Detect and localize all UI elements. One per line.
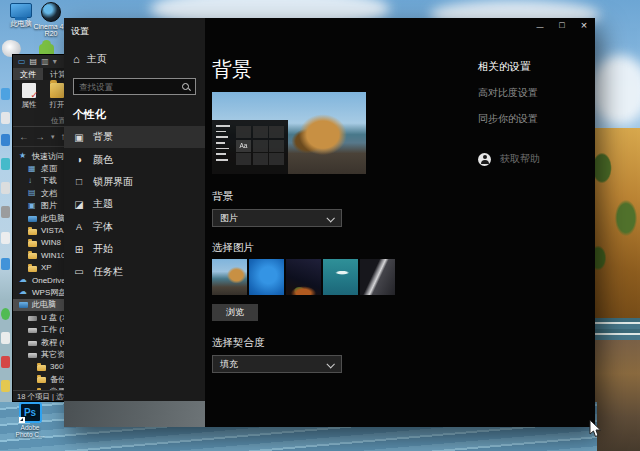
sidebar-section-header: 个性化 [73, 107, 205, 122]
settings-main-panel: 背景 Aa 背景 图片 选择图片 [205, 18, 595, 427]
home-icon: ⌂ [73, 53, 80, 65]
shortcut-arrow-badge [19, 417, 25, 423]
sidebar-nav-icon [73, 154, 85, 165]
related-links: 高对比度设置 同步你的设置 [478, 86, 608, 126]
tree-item-icon [19, 276, 28, 284]
this-pc-icon [10, 3, 32, 18]
wallpaper-sea [592, 318, 640, 340]
related-settings-link-label: 高对比度设置 [478, 87, 538, 98]
sidebar-nav-label: 任务栏 [93, 265, 123, 279]
history-chevron-icon[interactable]: ▾ [51, 133, 55, 141]
sidebar-nav-item[interactable]: 锁屏界面 [64, 171, 205, 193]
qat-customize-chevron-icon[interactable]: ▾ [53, 57, 57, 67]
settings-search-box[interactable] [73, 78, 196, 95]
choose-fit-value: 填充 [220, 358, 238, 371]
preview-tile-grid: Aa [234, 120, 288, 174]
partial-desktop-icon[interactable] [1, 134, 10, 146]
tree-item-icon [28, 266, 37, 272]
get-help-row[interactable]: 获取帮助 [478, 152, 608, 166]
sidebar-nav-item[interactable]: 背景 [64, 126, 205, 148]
close-button[interactable]: × [573, 18, 595, 34]
tab-file[interactable]: 文件 [13, 68, 43, 80]
partial-desktop-icon[interactable] [1, 158, 10, 170]
picture-thumbnail[interactable] [360, 259, 395, 295]
choose-fit-label: 选择契合度 [212, 336, 595, 350]
browse-button[interactable]: 浏览 [212, 304, 258, 321]
search-icon[interactable] [180, 81, 192, 93]
choose-fit-dropdown[interactable]: 填充 [212, 355, 342, 373]
partial-desktop-icon[interactable] [1, 182, 10, 194]
screen: 此电脑 Cinema 4D R20 Ps Adobe Photo C... ▭ … [0, 0, 640, 451]
sidebar-nav-label: 背景 [93, 130, 113, 144]
partial-desktop-icon[interactable] [1, 232, 10, 244]
settings-sidebar: ⌂ 主页 个性化 背景 颜色 锁屏界面 [64, 18, 205, 427]
partial-desktop-icon[interactable] [1, 308, 10, 320]
partial-desktop-icon[interactable] [1, 356, 10, 368]
sidebar-nav-label: 开始 [93, 242, 113, 256]
ribbon-button-icon [50, 83, 64, 98]
picture-thumbnail[interactable] [286, 259, 321, 295]
partial-desktop-icon[interactable] [1, 112, 10, 124]
settings-window: 设置 — □ × ⌂ 主页 个性化 背景 [64, 18, 595, 427]
sidebar-nav: 背景 颜色 锁屏界面 主题 字体 开始 [64, 126, 205, 283]
tree-item-icon [28, 189, 37, 197]
back-icon[interactable]: ← [19, 131, 29, 142]
sidebar-nav-label: 主题 [93, 197, 113, 211]
qat-folder-icon[interactable]: ▥ [41, 57, 49, 67]
tree-item-icon [19, 302, 28, 308]
home-label: 主页 [87, 52, 107, 66]
partial-desktop-icon[interactable] [1, 206, 10, 218]
tree-item-icon [28, 177, 37, 185]
sidebar-nav-icon [73, 244, 85, 255]
help-person-icon [478, 153, 491, 166]
background-dropdown-label: 背景 [212, 190, 595, 204]
photoshop-icon: Ps [19, 402, 42, 423]
picture-thumbnail[interactable] [323, 259, 358, 295]
sidebar-nav-label: 字体 [93, 220, 113, 234]
sidebar-nav-item[interactable]: 字体 [64, 216, 205, 238]
maximize-button[interactable]: □ [551, 18, 573, 34]
partial-desktop-icon[interactable] [1, 332, 10, 344]
sidebar-nav-item[interactable]: 任务栏 [64, 260, 205, 282]
related-settings-link[interactable]: 同步你的设置 [478, 112, 608, 126]
tree-item-icon [37, 365, 46, 371]
ribbon-button-icon [22, 83, 36, 98]
mouse-cursor [589, 420, 602, 442]
forward-icon[interactable]: → [35, 131, 45, 142]
sidebar-nav-item[interactable]: 主题 [64, 193, 205, 215]
tree-item-label: 文档 [41, 188, 57, 199]
tree-item-icon [28, 341, 37, 346]
ribbon-button[interactable]: 属性 [17, 82, 41, 116]
sidebar-nav-label: 颜色 [93, 153, 113, 167]
tree-item-label: VISTA [41, 226, 64, 235]
tree-item-label: WIN10 [41, 251, 65, 260]
minimize-button[interactable]: — [529, 18, 551, 34]
tree-item-label: XP [41, 263, 52, 272]
picture-thumbnail[interactable] [249, 259, 284, 295]
tree-item-label: 桌面 [41, 163, 57, 174]
partial-desktop-icon[interactable] [1, 380, 10, 392]
background-type-dropdown[interactable]: 图片 [212, 209, 342, 227]
search-input[interactable] [74, 82, 180, 92]
preview-start-menu: Aa [212, 120, 288, 174]
qat-properties-icon[interactable]: ▤ [30, 57, 38, 67]
picture-thumbnail[interactable] [212, 259, 247, 295]
explorer-pc-icon[interactable]: ▭ [18, 57, 26, 67]
tree-item-icon [19, 152, 28, 160]
partial-desktop-icon[interactable] [1, 258, 10, 270]
sidebar-nav-icon [73, 132, 85, 143]
partial-desktop-icon[interactable] [1, 88, 10, 100]
desktop-icon-photoshop[interactable]: Ps Adobe Photo C... [6, 402, 54, 438]
window-title: 设置 [71, 25, 89, 38]
sidebar-nav-item[interactable]: 开始 [64, 238, 205, 260]
tree-item-label: 此电脑 [32, 299, 56, 310]
tree-item-icon [28, 216, 37, 222]
tree-item-label: 图片 [41, 200, 57, 211]
sidebar-nav-item[interactable]: 颜色 [64, 148, 205, 170]
choose-picture-label: 选择图片 [212, 241, 595, 255]
tree-item-icon [28, 165, 37, 173]
sidebar-item-home[interactable]: ⌂ 主页 [64, 48, 205, 70]
related-settings-link[interactable]: 高对比度设置 [478, 86, 608, 100]
preview-menu-lines [212, 120, 234, 174]
sidebar-nav-icon [73, 199, 85, 210]
